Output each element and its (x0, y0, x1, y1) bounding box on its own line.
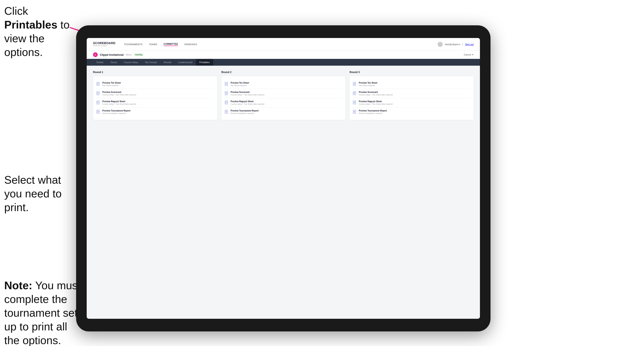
document-icon (225, 101, 228, 105)
annotation-middle: Select what you need to print. (4, 173, 76, 214)
round-2-scorecard-text: Preview Scorecard Course setup + Tee She… (231, 91, 264, 96)
main-content: Round 1 (87, 66, 480, 319)
round-3-raguzzi-label: Preview Raguzzi Sheet (359, 100, 392, 103)
round-1-raguzzi-text: Preview Raguzzi Sheet Course setup + Tee… (102, 100, 136, 105)
tab-course-setup[interactable]: Course Setup (120, 59, 142, 66)
round-2-scorecard-label: Preview Scorecard (231, 91, 264, 93)
rounds-grid: Round 1 (93, 71, 474, 120)
round-1-section: Round 1 (93, 71, 217, 120)
document-icon (353, 101, 357, 105)
round-1-tee-sheet-sublabel: Tee Sheet required (102, 84, 121, 87)
round-2-raguzzi[interactable]: Preview Raguzzi Sheet Course setup + Tee… (225, 98, 342, 107)
round-1-scorecard[interactable]: Preview Scorecard Course setup + Tee She… (96, 89, 214, 98)
round-3-tee-sheet-label: Preview Tee Sheet (359, 82, 377, 84)
round-2-section: Round 2 (221, 71, 346, 120)
round-2-report-text: Preview Tournament Report Round Completi… (231, 110, 259, 114)
document-icon (353, 91, 357, 96)
round-3-section: Round 3 (350, 71, 474, 120)
separator: | (462, 43, 463, 46)
annotation-note-bold: Note: (4, 279, 32, 292)
round-1-report-sublabel: Round Completion required (102, 112, 130, 114)
round-2-tee-sheet-sublabel: Tee Sheet required (231, 84, 249, 87)
round-1-raguzzi-sublabel: Course setup + Tee Sheet data required (102, 103, 136, 105)
annotation-printables-bold: Printables (4, 18, 57, 31)
tab-tee-groups[interactable]: Tee Groups (142, 59, 160, 66)
document-icon (96, 91, 100, 96)
round-2-scorecard[interactable]: Preview Scorecard Course setup + Tee She… (225, 89, 342, 98)
top-nav-left: SCOREBOARD Powered by clippd TOURNAMENTS… (93, 42, 197, 47)
round-3-tee-sheet-sublabel: Tee Sheet required (359, 84, 377, 87)
tab-printables[interactable]: Printables (196, 59, 213, 66)
user-email: blair@clippd.io (445, 43, 460, 46)
round-1-raguzzi[interactable]: Preview Raguzzi Sheet Course setup + Tee… (96, 98, 214, 107)
round-3-scorecard-sublabel: Course setup + Tee Sheet data required (359, 94, 392, 96)
tournament-bar: C Clippd Invitational (Men) Hosting Canc… (87, 51, 480, 59)
tournament-meta: (Men) (126, 53, 132, 56)
round-3-scorecard-text: Preview Scorecard Course setup + Tee She… (359, 91, 392, 96)
round-1-report-text: Preview Tournament Report Round Completi… (102, 110, 130, 114)
round-2-tee-sheet-text: Preview Tee Sheet Tee Sheet required (231, 82, 249, 87)
round-3-report-label: Preview Tournament Report (359, 110, 387, 112)
tournament-name: Clippd Invitational (100, 53, 124, 56)
round-2-raguzzi-label: Preview Raguzzi Sheet (231, 100, 264, 103)
round-2-card: Preview Tee Sheet Tee Sheet required (221, 76, 346, 120)
tab-teams[interactable]: Teams (107, 59, 120, 66)
round-1-raguzzi-label: Preview Raguzzi Sheet (102, 100, 136, 103)
round-2-raguzzi-text: Preview Raguzzi Sheet Course setup + Tee… (231, 100, 264, 105)
round-1-scorecard-label: Preview Scorecard (102, 91, 136, 93)
logo-title: SCOREBOARD (93, 42, 116, 45)
round-3-card: Preview Tee Sheet Tee Sheet required (350, 76, 474, 120)
round-1-report-label: Preview Tournament Report (102, 110, 130, 112)
round-1-tee-sheet-label: Preview Tee Sheet (102, 82, 121, 84)
tablet-screen: SCOREBOARD Powered by clippd TOURNAMENTS… (87, 38, 480, 319)
document-icon (96, 101, 100, 105)
tab-details[interactable]: Details (93, 59, 107, 66)
annotation-top: Click Printables toview the options. (4, 4, 72, 59)
document-icon (225, 110, 228, 114)
round-2-tournament-report[interactable]: Preview Tournament Report Round Completi… (225, 107, 342, 117)
round-1-title: Round 1 (93, 71, 217, 74)
avatar (438, 42, 443, 47)
nav-tournaments[interactable]: TOURNAMENTS (124, 43, 142, 46)
round-2-tee-sheet-label: Preview Tee Sheet (231, 82, 249, 84)
round-3-title: Round 3 (350, 71, 474, 74)
round-3-tee-sheet-text: Preview Tee Sheet Tee Sheet required (359, 82, 377, 87)
logo-subtitle: Powered by clippd (93, 45, 116, 47)
round-3-tournament-report[interactable]: Preview Tournament Report Round Completi… (353, 107, 470, 117)
document-icon (96, 82, 100, 87)
round-1-tee-sheet[interactable]: Preview Tee Sheet Tee Sheet required (96, 80, 214, 89)
nav-committee[interactable]: COMMITTEE (164, 43, 178, 46)
sign-out-link[interactable]: Sign out (465, 43, 474, 46)
nav-teams[interactable]: TEAMS (149, 43, 157, 46)
round-2-tee-sheet[interactable]: Preview Tee Sheet Tee Sheet required (225, 80, 342, 89)
round-1-tournament-report[interactable]: Preview Tournament Report Round Completi… (96, 107, 214, 117)
sub-navigation: Details Teams Course Setup Tee Groups Re… (87, 59, 480, 66)
round-3-scorecard[interactable]: Preview Scorecard Course setup + Tee She… (353, 89, 470, 98)
round-2-scorecard-sublabel: Course setup + Tee Sheet data required (231, 94, 264, 96)
round-3-raguzzi-text: Preview Raguzzi Sheet Course setup + Tee… (359, 100, 392, 105)
round-1-card: Preview Tee Sheet Tee Sheet required (93, 76, 217, 120)
top-nav-right: blair@clippd.io | Sign out (438, 42, 474, 47)
document-icon (96, 110, 100, 114)
clippd-logo: C (93, 52, 98, 57)
round-3-raguzzi[interactable]: Preview Raguzzi Sheet Course setup + Tee… (353, 98, 470, 107)
document-icon (353, 110, 357, 114)
round-3-raguzzi-sublabel: Course setup + Tee Sheet data required (359, 103, 392, 105)
annotation-bottom: Note: You must complete the tournament s… (4, 279, 84, 346)
round-3-report-sublabel: Round Completion required (359, 112, 387, 114)
round-3-report-text: Preview Tournament Report Round Completi… (359, 110, 387, 114)
tab-leaderboards[interactable]: Leaderboards (175, 59, 196, 66)
tab-results[interactable]: Results (160, 59, 175, 66)
round-2-report-label: Preview Tournament Report (231, 110, 259, 112)
scoreboard-logo: SCOREBOARD Powered by clippd (93, 42, 116, 47)
round-2-raguzzi-sublabel: Course setup + Tee Sheet data required (231, 103, 264, 105)
top-nav-links: TOURNAMENTS TEAMS COMMITTEE RANKINGS (124, 43, 197, 46)
round-3-tee-sheet[interactable]: Preview Tee Sheet Tee Sheet required (353, 80, 470, 89)
tablet-device: SCOREBOARD Powered by clippd TOURNAMENTS… (76, 25, 490, 332)
round-2-title: Round 2 (221, 71, 346, 74)
round-1-tee-sheet-text: Preview Tee Sheet Tee Sheet required (102, 82, 121, 87)
round-3-scorecard-label: Preview Scorecard (359, 91, 392, 93)
cancel-button[interactable]: Cancel ✕ (464, 53, 474, 56)
round-1-scorecard-sublabel: Course setup + Tee Sheet data required (102, 94, 136, 96)
nav-rankings[interactable]: RANKINGS (184, 43, 197, 46)
